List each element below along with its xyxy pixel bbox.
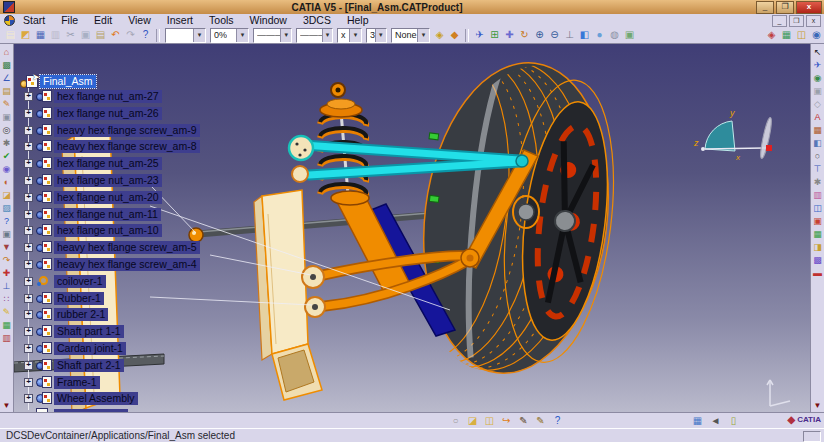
cut-icon[interactable]: ✂ xyxy=(63,28,78,42)
tree-item-label[interactable]: heavy hex flange screw_am-4 xyxy=(54,258,200,271)
help-icon[interactable]: ? xyxy=(1,215,13,227)
tree-item-label[interactable]: hex flange nut_am-26 xyxy=(54,107,162,120)
tree-item-label[interactable]: coilover-1 xyxy=(54,275,106,288)
mdi-close-button[interactable]: x xyxy=(806,15,821,27)
shading-icon[interactable]: ● xyxy=(592,28,607,42)
render-shading-icon[interactable]: ◧ xyxy=(812,137,824,149)
tree-expander[interactable]: + xyxy=(24,294,33,303)
new-icon[interactable]: ▤ xyxy=(3,28,18,42)
open-icon[interactable]: ◩ xyxy=(18,28,33,42)
pin-icon[interactable]: ▼ xyxy=(1,241,13,253)
tree-expander[interactable]: + xyxy=(24,260,33,269)
tree-expander[interactable]: + xyxy=(24,92,33,101)
tree-expander[interactable]: + xyxy=(24,126,33,135)
restore-button[interactable]: ❐ xyxy=(776,1,794,14)
copy-icon[interactable]: ▣ xyxy=(78,28,93,42)
tree-item-label[interactable]: Shaft part 1-1 xyxy=(54,325,124,338)
analysis-tool-icon[interactable]: ▬ xyxy=(812,267,824,279)
tree-expander[interactable]: + xyxy=(24,327,33,336)
paste-special-icon[interactable]: ▣ xyxy=(1,111,13,123)
snap-icon[interactable]: ▣ xyxy=(812,85,824,97)
point-symbol-combo-arrow[interactable]: ▾ xyxy=(349,29,361,42)
tree-item-label[interactable]: rubber 2-1 xyxy=(54,308,108,321)
tree-expander[interactable]: + xyxy=(24,394,33,403)
menu-insert[interactable]: Insert xyxy=(159,14,201,27)
battery-icon[interactable]: ▯ xyxy=(726,414,741,428)
mdi-minimize-button[interactable]: _ xyxy=(772,15,787,27)
line-type-combo-arrow[interactable]: ▾ xyxy=(280,29,291,42)
tree-root-label[interactable]: Final_Asm xyxy=(40,75,96,88)
pan-icon[interactable]: ✚ xyxy=(502,28,517,42)
tree-expander[interactable]: + xyxy=(24,310,33,319)
zoom-in-icon[interactable]: ⊕ xyxy=(532,28,547,42)
dmu-clash-icon[interactable]: ▣ xyxy=(812,215,824,227)
measure-icon[interactable]: ∠ xyxy=(1,72,13,84)
spline-icon[interactable]: ↷ xyxy=(1,254,13,266)
tree-expander[interactable]: + xyxy=(24,142,33,151)
add-component-icon[interactable]: ✚ xyxy=(1,267,13,279)
tree-expander[interactable]: + xyxy=(24,277,33,286)
context-help-icon[interactable]: ? xyxy=(138,28,153,42)
menu-3dcs[interactable]: 3DCS xyxy=(295,14,339,27)
camera-icon[interactable]: ▣ xyxy=(1,228,13,240)
print-icon[interactable]: ▥ xyxy=(48,28,63,42)
circle-tool-icon[interactable]: ○ xyxy=(812,150,824,162)
tree-item-label[interactable]: hex flange nut_am-20 xyxy=(54,191,162,204)
dmu-distance-icon[interactable]: ◨ xyxy=(812,241,824,253)
toolbar-overflow-icon[interactable]: ▼ xyxy=(3,401,11,410)
constraints-icon[interactable]: ⊥ xyxy=(1,280,13,292)
render-tools-icon[interactable]: ▩ xyxy=(1,59,13,71)
menu-edit[interactable]: Edit xyxy=(86,14,120,27)
magnifier-icon[interactable]: ◉ xyxy=(1,163,13,175)
menu-window[interactable]: Window xyxy=(242,14,295,27)
dmu-space-analysis-icon[interactable]: ◫ xyxy=(812,202,824,214)
measure-between-icon[interactable]: ⊤ xyxy=(812,163,824,175)
tree-expander[interactable]: + xyxy=(24,378,33,387)
power-input-icon[interactable]: ○ xyxy=(448,414,463,428)
minimize-button[interactable]: _ xyxy=(756,1,774,14)
search-icon[interactable]: ◎ xyxy=(1,124,13,136)
tree-item-label[interactable]: Wheel Assembly xyxy=(54,392,138,405)
symbol-size-combo[interactable]: 3▾ xyxy=(366,28,387,43)
paste-icon[interactable]: ▤ xyxy=(93,28,108,42)
check-icon[interactable]: ✔ xyxy=(1,150,13,162)
tree-expander[interactable]: + xyxy=(24,243,33,252)
isometric-view-icon[interactable]: ◧ xyxy=(577,28,592,42)
tree-expander[interactable]: + xyxy=(24,344,33,353)
wireframe-icon[interactable]: ▣ xyxy=(622,28,637,42)
table-icon[interactable]: ▦ xyxy=(690,414,705,428)
grid-icon[interactable]: ▦ xyxy=(1,319,13,331)
annotate-icon[interactable]: ✎ xyxy=(1,306,13,318)
tree-item-label[interactable]: hex flange nut_am-11 xyxy=(54,208,161,221)
scene-icon[interactable]: ▦ xyxy=(779,28,794,42)
color-bars-icon[interactable]: ▥ xyxy=(812,189,824,201)
pen2-icon[interactable]: ✎ xyxy=(533,414,548,428)
chart-icon[interactable]: ▥ xyxy=(1,332,13,344)
settings-gear-icon[interactable]: ✱ xyxy=(812,176,824,188)
world-icon[interactable]: ◉ xyxy=(809,28,824,42)
curve-tool-icon[interactable]: ↪ xyxy=(499,414,514,428)
tree-item-label[interactable]: Shaft part 2-1 xyxy=(54,359,124,372)
line-type-combo[interactable]: ———▾ xyxy=(253,28,292,43)
zoom-out-icon[interactable]: ⊖ xyxy=(547,28,562,42)
workbench-combo-arrow[interactable]: ▾ xyxy=(193,29,205,42)
whats-this-icon[interactable]: ? xyxy=(550,414,565,428)
tree-expander[interactable]: + xyxy=(24,361,33,370)
tree-item-label[interactable]: hex flange nut_am-25 xyxy=(54,157,162,170)
opacity-combo-arrow[interactable]: ▾ xyxy=(236,29,248,42)
tree-expander[interactable]: + xyxy=(24,109,33,118)
tree-item-label[interactable]: heavy hex flange screw_am-8 xyxy=(54,140,200,153)
render-style-combo-arrow[interactable]: ▾ xyxy=(417,29,429,42)
symbol-size-combo-arrow[interactable]: ▾ xyxy=(375,29,386,42)
material-library-icon[interactable]: ▦ xyxy=(812,124,824,136)
apply-material-icon[interactable]: A xyxy=(812,111,824,123)
fit-all-in-icon[interactable]: ⊞ xyxy=(487,28,502,42)
view-compass[interactable]: y z x xyxy=(693,108,773,162)
tree-item-label[interactable]: hex flange nut_am-23 xyxy=(54,174,162,187)
tree-item-label[interactable]: heavy hex flange screw_am-5 xyxy=(54,241,200,254)
graphic-properties-icon[interactable]: ◈ xyxy=(432,28,447,42)
undo-icon[interactable]: ↶ xyxy=(108,28,123,42)
shading-edges-icon[interactable]: ◍ xyxy=(607,28,622,42)
image-capture-icon[interactable]: ▨ xyxy=(1,202,13,214)
close-button[interactable]: x xyxy=(796,1,822,14)
